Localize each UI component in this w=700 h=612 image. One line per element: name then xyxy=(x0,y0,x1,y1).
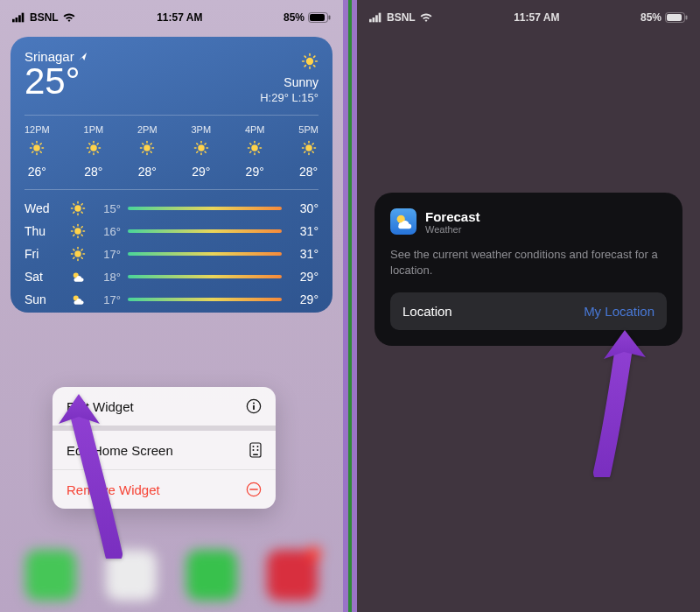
day-high: 29° xyxy=(289,292,318,306)
temp-range-bar xyxy=(128,207,282,210)
signal-icon xyxy=(12,12,26,23)
ctx-edit-widget-label: Edit Widget xyxy=(66,399,134,414)
svg-line-49 xyxy=(205,151,206,152)
sun-icon xyxy=(247,140,262,159)
svg-line-57 xyxy=(250,144,251,144)
day-low: 16° xyxy=(94,225,121,238)
battery-pct: 85% xyxy=(284,11,304,24)
svg-line-23 xyxy=(32,151,33,152)
ctx-remove-widget[interactable]: Remove Widget xyxy=(52,470,276,509)
svg-rect-2 xyxy=(18,15,21,22)
svg-line-48 xyxy=(197,144,198,144)
wifi-icon xyxy=(62,12,76,23)
hour-temp: 29° xyxy=(192,165,210,179)
battery-icon xyxy=(308,12,331,23)
hour-time: 5PM xyxy=(298,124,318,135)
sun-icon xyxy=(301,53,318,74)
day-name: Fri xyxy=(24,247,61,261)
svg-line-22 xyxy=(41,151,42,152)
day-low: 15° xyxy=(94,202,121,215)
svg-point-7 xyxy=(306,58,313,65)
ctx-edit-widget[interactable]: Edit Widget xyxy=(52,387,276,431)
svg-line-86 xyxy=(74,235,74,236)
battery-pct: 85% xyxy=(640,11,662,24)
location-row-label: Location xyxy=(402,304,452,319)
carrier-label: BSNL xyxy=(387,11,416,24)
widget-edit-sheet[interactable]: Forecast Weather See the current weather… xyxy=(374,193,682,346)
svg-line-31 xyxy=(97,151,98,152)
svg-rect-3 xyxy=(22,13,24,23)
hour-time: 12PM xyxy=(24,124,50,135)
status-bar: BSNL 11:57 AM 85% xyxy=(357,0,700,26)
carrier-label: BSNL xyxy=(30,11,59,24)
home-grid-icon xyxy=(249,442,262,458)
hour-time: 2PM xyxy=(137,124,158,135)
day-low: 17° xyxy=(94,293,121,306)
svg-line-87 xyxy=(81,227,82,228)
svg-line-59 xyxy=(250,151,251,152)
svg-line-84 xyxy=(74,227,74,228)
svg-rect-115 xyxy=(667,14,682,21)
annotation-arrow-icon xyxy=(576,328,663,481)
temp-range-bar xyxy=(128,252,282,256)
sheet-subtitle: Weather xyxy=(425,224,480,235)
svg-rect-110 xyxy=(369,19,372,23)
svg-point-88 xyxy=(74,250,81,257)
svg-rect-113 xyxy=(379,13,382,23)
sun-icon xyxy=(193,140,209,159)
weather-temp: 25° xyxy=(24,60,88,102)
svg-line-78 xyxy=(81,204,82,205)
location-row[interactable]: Location My Location xyxy=(390,292,667,330)
dock xyxy=(0,546,343,612)
weather-widget[interactable]: Srinagar 25° Sunny H:29° L:15° 12PM26°1P… xyxy=(10,37,332,313)
sun-icon xyxy=(68,246,88,262)
svg-line-50 xyxy=(197,151,198,152)
svg-rect-101 xyxy=(253,405,255,410)
svg-line-68 xyxy=(304,151,304,152)
hour-column: 3PM29° xyxy=(191,124,211,179)
svg-line-76 xyxy=(81,212,82,213)
svg-point-25 xyxy=(90,144,97,151)
svg-rect-112 xyxy=(375,15,378,22)
svg-point-43 xyxy=(198,144,205,151)
weather-app-icon xyxy=(390,208,416,235)
hour-time: 4PM xyxy=(245,124,265,135)
sun-icon xyxy=(86,140,102,159)
partly-cloudy-icon xyxy=(68,292,88,307)
svg-rect-1 xyxy=(16,18,18,22)
weather-hilo: H:29° L:15° xyxy=(260,91,318,104)
svg-line-77 xyxy=(74,212,74,213)
ctx-edit-home[interactable]: Edit Home Screen xyxy=(52,431,276,470)
svg-rect-5 xyxy=(310,14,325,21)
svg-line-21 xyxy=(32,144,33,144)
sun-icon xyxy=(68,223,88,239)
sun-icon xyxy=(301,140,317,159)
svg-line-14 xyxy=(304,66,305,67)
svg-line-93 xyxy=(74,250,74,250)
svg-line-41 xyxy=(143,151,144,152)
day-name: Sun xyxy=(24,292,61,306)
weather-condition: Sunny xyxy=(284,75,318,89)
svg-point-34 xyxy=(144,144,151,151)
day-name: Wed xyxy=(24,201,61,215)
day-row: Wed15°30° xyxy=(24,200,318,216)
svg-line-12 xyxy=(304,56,305,57)
hour-column: 1PM28° xyxy=(84,124,104,179)
svg-line-24 xyxy=(41,144,42,144)
svg-line-94 xyxy=(81,257,82,258)
temp-range-bar xyxy=(128,298,282,301)
svg-point-79 xyxy=(74,228,81,235)
day-name: Thu xyxy=(24,224,61,238)
day-high: 31° xyxy=(289,224,318,238)
svg-line-51 xyxy=(205,144,206,144)
day-high: 30° xyxy=(289,201,318,215)
signal-icon xyxy=(369,12,383,23)
svg-line-39 xyxy=(143,144,144,144)
sheet-title: Forecast xyxy=(425,209,480,224)
svg-line-95 xyxy=(74,257,74,258)
partly-cloudy-icon xyxy=(68,269,88,285)
sun-icon xyxy=(139,140,155,159)
svg-line-13 xyxy=(314,66,315,67)
hour-column: 12PM26° xyxy=(24,124,50,179)
temp-range-bar xyxy=(128,275,282,278)
